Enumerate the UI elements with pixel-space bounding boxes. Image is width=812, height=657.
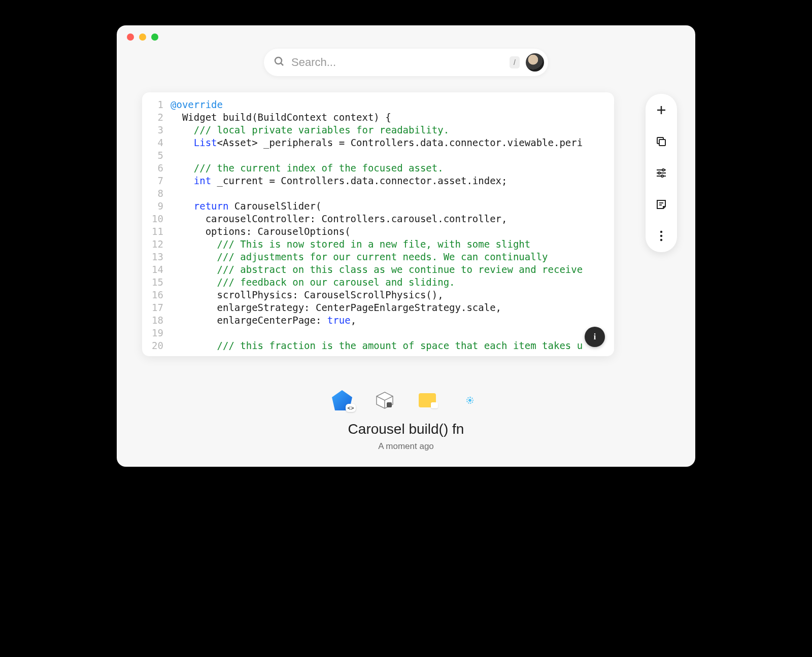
- code-text: /// adjustments for our current needs. W…: [171, 251, 548, 263]
- code-line: 3 /// local private variables for readab…: [142, 124, 614, 136]
- close-window-button[interactable]: [127, 33, 134, 41]
- code-text: /// this fraction is the amount of space…: [171, 339, 583, 352]
- line-number: 19: [142, 327, 171, 339]
- code-text: int _current = Controllers.data.connecto…: [171, 175, 507, 187]
- line-number: 15: [142, 276, 171, 289]
- minimize-window-button[interactable]: [139, 33, 146, 41]
- code-text: return CarouselSlider(: [171, 200, 321, 213]
- code-line: 4 List<Asset> _peripherals = Controllers…: [142, 136, 614, 149]
- line-number: 6: [142, 162, 171, 175]
- code-text: enlargeStrategy: CenterPageEnlargeStrate…: [171, 301, 501, 314]
- code-text: /// local private variables for readabil…: [171, 124, 449, 136]
- code-line: 10 carouselController: Controllers.carou…: [142, 213, 614, 225]
- line-number: 9: [142, 200, 171, 213]
- svg-point-8: [658, 172, 660, 174]
- svg-line-1: [281, 63, 283, 65]
- tune-button[interactable]: [654, 166, 668, 180]
- copy-button[interactable]: [654, 134, 668, 149]
- line-number: 4: [142, 136, 171, 149]
- line-number: 13: [142, 251, 171, 263]
- code-text: /// feedback on our carousel and sliding…: [171, 276, 455, 289]
- line-number: 11: [142, 225, 171, 238]
- code-line: 13 /// adjustments for our current needs…: [142, 251, 614, 263]
- code-line: 17 enlargeStrategy: CenterPageEnlargeStr…: [142, 301, 614, 314]
- code-line: 18 enlargeCenterPage: true,: [142, 314, 614, 327]
- line-number: 12: [142, 238, 171, 251]
- code-line: 7 int _current = Controllers.data.connec…: [142, 175, 614, 187]
- svg-point-0: [275, 57, 282, 64]
- code-text: /// abstract on this class as we continu…: [171, 263, 583, 276]
- line-number: 1: [142, 98, 171, 111]
- svg-point-6: [662, 169, 664, 171]
- note-tag-icon[interactable]: [417, 390, 438, 411]
- snippet-title: Carousel build() fn: [117, 421, 695, 437]
- search-shortcut-hint: /: [510, 56, 520, 68]
- line-number: 3: [142, 124, 171, 136]
- code-text: enlargeCenterPage: true,: [171, 314, 356, 327]
- code-text: Widget build(BuildContext context) {: [171, 111, 391, 124]
- line-number: 16: [142, 289, 171, 301]
- code-text: /// This is now stored in a new file, wi…: [171, 238, 530, 251]
- maximize-window-button[interactable]: [151, 33, 158, 41]
- code-text: scrollPhysics: CarouselScrollPhysics(),: [171, 289, 444, 301]
- user-avatar[interactable]: [526, 53, 544, 72]
- add-button[interactable]: [654, 103, 668, 117]
- info-button[interactable]: i: [585, 327, 605, 347]
- line-number: 5: [142, 149, 171, 162]
- search-icon: [273, 55, 285, 70]
- note-button[interactable]: [654, 197, 668, 212]
- code-line: 6 /// the current index of the focused a…: [142, 162, 614, 175]
- code-text: carouselController: Controllers.carousel…: [171, 213, 507, 225]
- line-number: 2: [142, 111, 171, 124]
- code-line: 8: [142, 187, 614, 200]
- code-text: options: CarouselOptions(: [171, 225, 351, 238]
- search-bar[interactable]: /: [264, 49, 548, 76]
- code-line: 9 return CarouselSlider(: [142, 200, 614, 213]
- code-line: 5: [142, 149, 614, 162]
- svg-rect-18: [387, 402, 392, 407]
- svg-point-14: [660, 235, 662, 237]
- code-line: 16 scrollPhysics: CarouselScrollPhysics(…: [142, 289, 614, 301]
- code-line: 2 Widget build(BuildContext context) {: [142, 111, 614, 124]
- code-line: 11 options: CarouselOptions(: [142, 225, 614, 238]
- line-number: 18: [142, 314, 171, 327]
- code-snippet-card: 1@override2 Widget build(BuildContext co…: [142, 92, 614, 356]
- snippet-tags: <>: [331, 390, 481, 411]
- svg-point-15: [660, 239, 662, 241]
- code-line: 1@override: [142, 98, 614, 111]
- line-number: 17: [142, 301, 171, 314]
- window-controls: [127, 33, 158, 41]
- code-line: 12 /// This is now stored in a new file,…: [142, 238, 614, 251]
- line-number: 8: [142, 187, 171, 200]
- code-content[interactable]: 1@override2 Widget build(BuildContext co…: [142, 92, 614, 356]
- line-number: 10: [142, 213, 171, 225]
- app-window: / 1@override2 Widget build(BuildContext …: [117, 25, 695, 467]
- code-text: @override: [171, 98, 223, 111]
- snippet-timestamp: A moment ago: [117, 441, 695, 452]
- line-number: 20: [142, 339, 171, 352]
- search-input[interactable]: [291, 56, 503, 69]
- code-line: 20 /// this fraction is the amount of sp…: [142, 339, 614, 352]
- package-icon[interactable]: [374, 390, 395, 411]
- dart-language-icon[interactable]: <>: [331, 390, 353, 411]
- svg-rect-4: [659, 140, 665, 146]
- svg-point-13: [660, 231, 662, 233]
- code-text: /// the current index of the focused ass…: [171, 162, 444, 175]
- code-line: 15 /// feedback on our carousel and slid…: [142, 276, 614, 289]
- misc-tag-icon[interactable]: [459, 390, 481, 411]
- line-number: 7: [142, 175, 171, 187]
- more-button[interactable]: [654, 229, 668, 243]
- code-line: 14 /// abstract on this class as we cont…: [142, 263, 614, 276]
- code-line: 19: [142, 327, 614, 339]
- code-text: List<Asset> _peripherals = Controllers.d…: [171, 136, 583, 149]
- line-number: 14: [142, 263, 171, 276]
- svg-point-10: [661, 175, 663, 177]
- action-sidebar: [646, 94, 677, 252]
